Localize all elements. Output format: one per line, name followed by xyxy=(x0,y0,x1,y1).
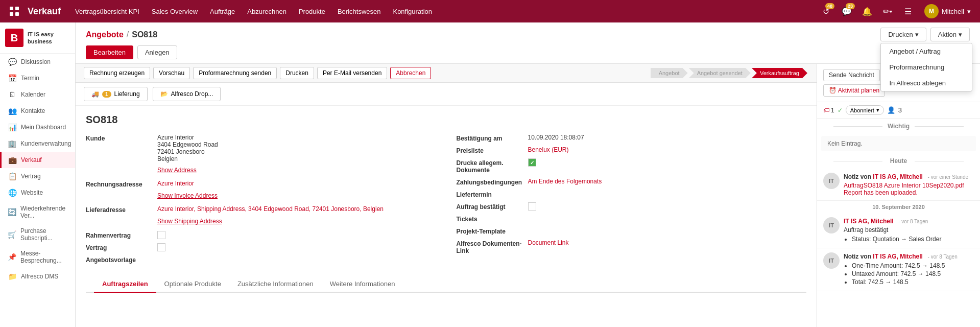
refresh-icon-btn[interactable]: ↺ 48 xyxy=(818,3,834,19)
show-invoice-address-link[interactable]: Show Invoice Address xyxy=(157,192,218,199)
drucken-angebot[interactable]: Angebot / Auftrag xyxy=(881,43,972,59)
msg1-time: - vor einer Stunde xyxy=(928,174,969,180)
drucken-alfresco[interactable]: In Alfresco ablegen xyxy=(881,75,972,91)
rechnung-erzeugen-btn[interactable]: Rechnung erzeugen xyxy=(84,67,150,79)
anlegen-button[interactable]: Anlegen xyxy=(137,45,177,59)
vertrag-row: Vertrag xyxy=(86,243,436,251)
kunde-label: Kunde xyxy=(86,134,157,142)
vertrag-label: Vertrag xyxy=(86,243,157,251)
kunde-name[interactable]: Azure Interior xyxy=(157,134,194,141)
show-invoice-address-row: Show Invoice Address xyxy=(86,192,436,201)
angebotsvorlage-row: Angebotsvorlage xyxy=(86,255,436,264)
nav-auftraege[interactable]: Aufträge xyxy=(204,0,241,22)
status-step-angebot[interactable]: Angebot xyxy=(651,68,688,78)
aktion-button[interactable]: Aktion ▾ xyxy=(930,28,970,41)
auftrag-bestaetigt-checkbox[interactable] xyxy=(528,202,536,211)
msg3-time: - vor 8 Tagen xyxy=(928,254,958,260)
msg1-content: Notiz von IT IS AG, Mitchell - vor einer… xyxy=(844,173,974,196)
chat-message-1: IT Notiz von IT IS AG, Mitchell - vor ei… xyxy=(817,169,980,201)
user-menu[interactable]: M Mitchell ▾ xyxy=(920,4,975,18)
sidebar-item-messe[interactable]: 📌 Messe-Besprechung... xyxy=(0,246,75,268)
sidebar-item-diskussion[interactable]: 💬 Diskussion xyxy=(0,54,75,70)
lieferadresse-value[interactable]: Azure Interior, Shipping Address, 3404 E… xyxy=(157,205,436,213)
grid-menu-icon[interactable] xyxy=(5,0,23,22)
msg1-link[interactable]: AuftragSO818 Azure Interior 10Sep2020.pd… xyxy=(844,182,964,196)
tag-number: 1 xyxy=(831,107,834,114)
nav-abzurechnen[interactable]: Abzurechnen xyxy=(241,0,293,22)
sidebar-item-kundenverwaltung[interactable]: 🏢 Kundenverwaltung xyxy=(0,135,75,152)
drucken-proforma[interactable]: Proformarechnung xyxy=(881,59,972,75)
rechnungsadresse-value[interactable]: Azure Interior xyxy=(157,180,436,187)
drucken-action-btn[interactable]: Drucken xyxy=(280,67,314,79)
sidebar-label-termin: Termin xyxy=(21,75,39,82)
show-address-link[interactable]: Show Address xyxy=(157,167,197,174)
lieferadresse-row: Lieferadresse Azure Interior, Shipping A… xyxy=(86,205,436,214)
abbrechen-btn[interactable]: Abbrechen xyxy=(390,67,431,79)
bearbeiten-button[interactable]: Bearbeiten xyxy=(86,45,133,59)
sidebar-item-verkauf[interactable]: 💼 Verkauf xyxy=(0,152,75,168)
nav-sales-overview[interactable]: Sales Overview xyxy=(146,0,204,22)
sidebar-item-kalender[interactable]: 🗓 Kalender xyxy=(0,86,75,103)
drucken-container: Drucken ▾ Angebot / Auftrag Proformarech… xyxy=(880,28,926,41)
pen-icon-btn[interactable]: ✏ ▾ xyxy=(879,3,896,19)
vertrag-checkbox[interactable] xyxy=(157,243,165,251)
page-header: Angebote / SO818 Drucken ▾ Angebot / Auf… xyxy=(76,22,980,64)
sidebar-logo-text: IT IS easybusiness xyxy=(28,31,54,45)
preisliste-value[interactable]: Benelux (EUR) xyxy=(528,146,807,153)
tab-weitere-info[interactable]: Weitere Informationen xyxy=(322,276,403,293)
sidebar-item-alfresco[interactable]: 📁 Alfresco DMS xyxy=(0,268,75,285)
sidebar-item-website[interactable]: 🌐 Website xyxy=(0,184,75,201)
sidebar-item-termin[interactable]: 📅 Termin xyxy=(0,70,75,86)
msg2-content: IT IS AG, Mitchell - vor 8 Tagen Auftrag… xyxy=(844,217,974,244)
proforma-senden-btn[interactable]: Proformarechnung senden xyxy=(193,67,277,79)
chat-icon-btn[interactable]: 💬 23 xyxy=(839,3,855,19)
sende-nachricht-btn[interactable]: Sende Nachricht xyxy=(823,69,880,81)
nav-vertragsübersicht[interactable]: Vertragsübersicht KPI xyxy=(69,0,146,22)
zahlungsbedingungen-value[interactable]: Am Ende des Folgemonats xyxy=(528,178,807,185)
menu-icon-btn[interactable]: ☰ xyxy=(900,3,916,19)
msg2-author-name: IT IS AG, Mitchell xyxy=(844,218,894,225)
alfresco-doku-value[interactable]: Document Link xyxy=(528,239,807,246)
drucke-row: Drucke allegem. Dokumente ✓ xyxy=(457,158,807,174)
status-step-verkaufsauftrag[interactable]: Verkaufsauftrag xyxy=(752,68,807,78)
top-navigation: Verkauf Vertragsübersicht KPI Sales Over… xyxy=(0,0,980,22)
show-shipping-address-link[interactable]: Show Shipping Address xyxy=(157,218,222,225)
liefertermin-row: Liefertermin xyxy=(457,190,807,198)
msg1-author-line: Notiz von IT IS AG, Mitchell - vor einer… xyxy=(844,173,974,180)
website-icon: 🌐 xyxy=(8,189,17,197)
nav-produkte[interactable]: Produkte xyxy=(293,0,331,22)
nav-berichtswesen[interactable]: Berichtswesen xyxy=(331,0,387,22)
aktivitaet-planen-btn[interactable]: ⏰ Aktivität planen xyxy=(823,84,885,97)
lieferung-btn[interactable]: 🚚 1 Lieferung xyxy=(84,87,148,101)
sidebar-item-dashboard[interactable]: 📊 Mein Dashboard xyxy=(0,119,75,135)
show-address-row: Show Address xyxy=(86,167,436,176)
breadcrumb-parent[interactable]: Angebote xyxy=(86,30,124,39)
sidebar-item-vertrag[interactable]: 📋 Vertrag xyxy=(0,168,75,184)
sidebar-item-kontakte[interactable]: 👥 Kontakte xyxy=(0,103,75,119)
kunde-address3: Belgien xyxy=(157,155,178,162)
wichtig-divider: Wichtig xyxy=(817,119,980,134)
show-shipping-spacer xyxy=(86,218,157,219)
rahmenvertrag-checkbox[interactable] xyxy=(157,231,165,239)
status-step-gesendet[interactable]: Angebot gesendet xyxy=(689,68,751,78)
alfresco-drop-btn[interactable]: 📂 Alfresco Drop... xyxy=(153,87,221,101)
tab-zusaetzliche-info[interactable]: Zusätzliche Informationen xyxy=(229,276,322,293)
kunde-row: Kunde Azure Interior 3404 Edgewood Road … xyxy=(86,134,436,162)
msg3-author-name: IT IS AG, Mitchell xyxy=(873,253,923,260)
email-versenden-btn[interactable]: Per E-Mail versenden xyxy=(317,67,387,79)
drucken-button[interactable]: Drucken ▾ xyxy=(880,28,926,41)
tab-auftragszeilen[interactable]: Auftragszeilen xyxy=(94,276,156,293)
checkmark-tag: ✓ xyxy=(838,107,843,114)
vorschau-btn[interactable]: Vorschau xyxy=(153,67,190,79)
sidebar-item-purchase-sub[interactable]: 🛒 Purchase Subscripti... xyxy=(0,223,75,246)
tab-optionale-produkte[interactable]: Optionale Produkte xyxy=(156,276,229,293)
sidebar-label-kundenverwaltung: Kundenverwaltung xyxy=(20,140,71,147)
subscribe-button[interactable]: Abonniert ▾ xyxy=(846,105,884,115)
right-panel: Sende Nachricht Notiz hinterlassen ⏰ Akt… xyxy=(817,64,980,327)
nav-konfiguration[interactable]: Konfiguration xyxy=(387,0,438,22)
chat-message-2: IT IT IS AG, Mitchell - vor 8 Tagen Auft… xyxy=(817,213,980,248)
bell-icon-btn[interactable]: 🔔 xyxy=(859,3,875,19)
drucke-checkbox[interactable]: ✓ xyxy=(528,158,536,167)
liefertermin-label: Liefertermin xyxy=(457,190,528,198)
sidebar-item-wiederkehrende[interactable]: 🔄 Wiederkehrende Ver... xyxy=(0,201,75,223)
